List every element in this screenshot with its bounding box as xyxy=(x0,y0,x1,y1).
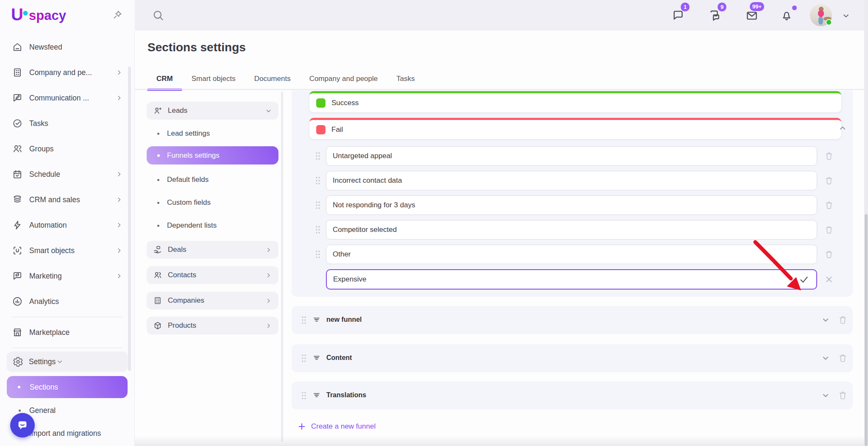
building-icon xyxy=(153,296,162,305)
sidebar-item-newsfeed[interactable]: Newsfeed xyxy=(0,34,134,60)
fail-reason-input[interactable] xyxy=(326,220,817,240)
main-sidebar: Newsfeed Company and pe... Communication… xyxy=(0,31,135,446)
expand-chevron-down-icon[interactable] xyxy=(821,353,831,365)
drag-handle[interactable] xyxy=(315,226,321,236)
trash-icon[interactable] xyxy=(837,315,848,327)
fail-reason-input[interactable] xyxy=(326,195,817,215)
funnel-row-translations[interactable]: Translations xyxy=(292,382,853,410)
sidebar-item-smart-objects[interactable]: Smart objects xyxy=(0,238,134,263)
sidebar-item-automation[interactable]: Automation xyxy=(0,212,134,238)
fail-reason-input[interactable] xyxy=(326,146,817,166)
trash-icon[interactable] xyxy=(837,353,848,365)
stage-label: Fail xyxy=(331,125,343,134)
drag-handle[interactable] xyxy=(315,152,321,162)
fail-reason-input[interactable] xyxy=(326,171,817,190)
fail-reason-row xyxy=(292,220,853,240)
trash-icon[interactable] xyxy=(824,225,834,237)
subnav-item-default-fields[interactable]: Default fields xyxy=(147,168,278,191)
sidebar-item-crm-and-sales[interactable]: CRM and sales xyxy=(0,187,134,212)
subnav-item-custom-fields[interactable]: Custom fields xyxy=(147,191,278,214)
trash-icon[interactable] xyxy=(824,200,834,212)
expand-chevron-down-icon[interactable] xyxy=(821,315,831,327)
fail-reason-input-editing[interactable] xyxy=(326,269,817,290)
subnav-group-companies[interactable]: Companies xyxy=(147,292,278,309)
chat-icon[interactable] xyxy=(672,9,684,23)
trash-icon[interactable] xyxy=(824,151,834,163)
sidebar-item-marketing[interactable]: Marketing xyxy=(0,263,134,289)
trash-icon[interactable] xyxy=(837,390,848,402)
sidebar-item-sections[interactable]: Sections xyxy=(7,376,128,398)
subnav-group-label: Deals xyxy=(168,245,186,254)
tab-tasks[interactable]: Tasks xyxy=(387,69,424,90)
sidebar-item-tasks[interactable]: Tasks xyxy=(0,111,134,136)
drag-handle[interactable] xyxy=(315,176,321,187)
fail-reason-input[interactable] xyxy=(326,245,817,264)
collapse-chevron-up-icon[interactable] xyxy=(837,123,848,135)
subnav-item-lead-settings[interactable]: Lead settings xyxy=(147,122,278,145)
expand-chevron-down-icon[interactable] xyxy=(821,390,831,402)
search-icon[interactable] xyxy=(152,9,164,23)
marketing-icon xyxy=(12,270,23,282)
subnav-scrollbar[interactable] xyxy=(281,92,283,442)
support-chat-fab[interactable] xyxy=(10,413,35,438)
trash-icon[interactable] xyxy=(824,176,834,187)
sidebar-item-label: Marketing xyxy=(29,272,62,281)
confirm-check-icon[interactable] xyxy=(798,274,810,287)
subnav-group-leads[interactable]: Leads xyxy=(147,102,278,120)
page-scrollbar-track[interactable] xyxy=(864,0,868,446)
sidebar-item-communication[interactable]: Communication ... xyxy=(0,85,134,111)
page-scrollbar-thumb[interactable] xyxy=(865,214,868,446)
sidebar-item-analytics[interactable]: Analytics xyxy=(0,289,134,314)
check-circle-icon xyxy=(12,118,23,129)
chevron-right-icon xyxy=(115,272,123,280)
chevron-right-icon xyxy=(115,246,123,255)
tab-smart-objects[interactable]: Smart objects xyxy=(182,69,245,90)
sidebar-item-marketplace[interactable]: Marketplace xyxy=(0,320,134,345)
funnel-row-new-funnel[interactable]: new funnel xyxy=(292,306,853,334)
chevron-right-icon xyxy=(264,246,273,254)
sidebar-item-label: General xyxy=(29,406,56,415)
bullet-dot xyxy=(157,202,159,204)
pin-sidebar-icon[interactable] xyxy=(112,9,123,22)
stage-label: Success xyxy=(331,99,359,107)
funnel-row-content[interactable]: Content xyxy=(292,344,853,372)
sidebar-item-groups[interactable]: Groups xyxy=(0,136,134,162)
logo-word: spacy xyxy=(29,8,67,23)
subnav-group-label: Leads xyxy=(168,106,187,115)
subnav-group-contacts[interactable]: Contacts xyxy=(147,266,278,284)
sidebar-item-schedule[interactable]: Schedule xyxy=(0,162,134,187)
uspacy-logo[interactable]: U spacy xyxy=(11,6,75,26)
sidebar-item-label: Schedule xyxy=(29,170,60,179)
drag-handle[interactable] xyxy=(315,250,321,260)
subnav-item-dependent-lists[interactable]: Dependent lists xyxy=(147,214,278,237)
subnav-group-products[interactable]: Products xyxy=(147,317,278,334)
tab-crm[interactable]: CRM xyxy=(147,69,182,90)
profile-chevron-down-icon[interactable] xyxy=(841,11,851,22)
sidebar-item-label: Company and pe... xyxy=(29,68,92,77)
analytics-icon xyxy=(12,296,23,307)
trash-icon[interactable] xyxy=(824,249,834,261)
subnav-item-funnels-settings[interactable]: Funnels settings xyxy=(147,146,278,164)
sidebar-item-company-and-people[interactable]: Company and pe... xyxy=(0,60,134,85)
sidebar-scrollbar[interactable] xyxy=(128,67,131,371)
funnel-name: Content xyxy=(326,354,352,362)
mail-icon[interactable] xyxy=(746,9,758,24)
tab-documents[interactable]: Documents xyxy=(245,69,300,90)
create-new-funnel-button[interactable]: Create a new funnel xyxy=(297,422,376,431)
people-icon xyxy=(153,270,162,280)
drag-handle[interactable] xyxy=(301,316,307,326)
subnav-group-deals[interactable]: Deals xyxy=(147,241,278,259)
group-chat-icon[interactable] xyxy=(709,9,721,23)
drag-handle[interactable] xyxy=(301,391,307,401)
people-icon xyxy=(12,143,23,154)
fail-reason-row xyxy=(292,245,853,264)
drag-handle[interactable] xyxy=(301,354,307,364)
bell-icon[interactable] xyxy=(780,9,793,23)
drag-handle[interactable] xyxy=(315,201,321,211)
sidebar-item-label: Communication ... xyxy=(29,94,89,103)
sidebar-item-settings[interactable]: Settings xyxy=(7,351,128,372)
stage-card-fail[interactable]: Fail xyxy=(309,118,841,139)
stage-card-success[interactable]: Success xyxy=(309,91,841,112)
cancel-x-icon[interactable] xyxy=(824,274,834,286)
tab-company-and-people[interactable]: Company and people xyxy=(300,69,387,90)
